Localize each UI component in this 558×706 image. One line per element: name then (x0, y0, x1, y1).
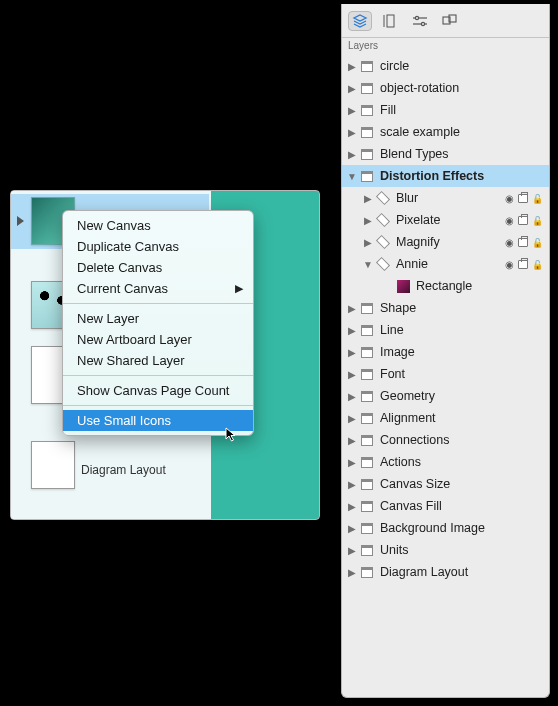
canvas-row[interactable]: ▶Geometry (342, 385, 549, 407)
canvas-row[interactable]: ▶object-rotation (342, 77, 549, 99)
disclosure-icon[interactable]: ▶ (346, 479, 358, 490)
print-icon[interactable] (518, 216, 528, 225)
disclosure-icon[interactable]: ▶ (346, 127, 358, 138)
canvas-icon (360, 345, 374, 359)
canvas-row[interactable]: ▶Alignment (342, 407, 549, 429)
disclosure-icon[interactable]: ▶ (346, 105, 358, 116)
menu-delete-canvas[interactable]: Delete Canvas (63, 257, 253, 278)
canvas-row[interactable]: ▶scale example (342, 121, 549, 143)
canvas-icon (360, 59, 374, 73)
canvas-row[interactable]: ▶Shape (342, 297, 549, 319)
menu-current-canvas[interactable]: Current Canvas ▶ (63, 278, 253, 299)
disclosure-icon[interactable]: ▶ (346, 413, 358, 424)
lock-icon[interactable] (532, 236, 543, 248)
lock-icon[interactable] (532, 192, 543, 204)
menu-new-canvas[interactable]: New Canvas (63, 215, 253, 236)
menu-new-layer[interactable]: New Layer (63, 308, 253, 329)
canvas-row[interactable]: ▶Fill (342, 99, 549, 121)
context-menu: New Canvas Duplicate Canvas Delete Canva… (62, 210, 254, 436)
print-icon[interactable] (518, 238, 528, 247)
menu-show-canvas-page-count[interactable]: Show Canvas Page Count (63, 380, 253, 401)
menu-new-shared-layer[interactable]: New Shared Layer (63, 350, 253, 371)
disclosure-icon[interactable]: ▶ (346, 61, 358, 72)
row-label: scale example (380, 125, 460, 139)
layer-icon (376, 191, 390, 205)
guides-tab-icon[interactable] (378, 11, 402, 31)
disclosure-icon[interactable]: ▶ (346, 435, 358, 446)
lock-icon[interactable] (532, 214, 543, 226)
canvas-row[interactable]: ▶Units (342, 539, 549, 561)
visibility-icon[interactable] (505, 214, 514, 226)
disclosure-icon[interactable]: ▶ (346, 391, 358, 402)
row-label: Canvas Size (380, 477, 450, 491)
cursor-icon (225, 427, 241, 443)
visibility-icon[interactable] (505, 236, 514, 248)
selection-tab-icon[interactable] (438, 11, 462, 31)
canvas-icon (360, 81, 374, 95)
disclosure-icon[interactable]: ▶ (346, 325, 358, 336)
disclosure-arrow-icon[interactable] (17, 216, 24, 226)
disclosure-icon[interactable]: ▶ (346, 303, 358, 314)
layer-row[interactable]: ▶Magnify (342, 231, 549, 253)
canvas-icon (360, 323, 374, 337)
canvas-row[interactable]: ▶Actions (342, 451, 549, 473)
layer-row[interactable]: ▶Blur (342, 187, 549, 209)
svg-point-5 (421, 22, 424, 25)
row-actions (505, 236, 549, 248)
disclosure-icon[interactable]: ▶ (346, 83, 358, 94)
visibility-icon[interactable] (505, 192, 514, 204)
row-label: Distortion Effects (380, 169, 484, 183)
canvas-row[interactable]: ▶Font (342, 363, 549, 385)
disclosure-icon[interactable]: ▶ (346, 545, 358, 556)
disclosure-icon[interactable]: ▼ (346, 171, 358, 182)
menu-duplicate-canvas[interactable]: Duplicate Canvas (63, 236, 253, 257)
canvas-row[interactable]: ▶Background Image (342, 517, 549, 539)
menu-new-artboard-layer[interactable]: New Artboard Layer (63, 329, 253, 350)
canvas-icon (360, 433, 374, 447)
disclosure-icon[interactable]: ▶ (346, 347, 358, 358)
print-icon[interactable] (518, 260, 528, 269)
disclosure-icon[interactable]: ▶ (362, 215, 374, 226)
visibility-icon[interactable] (505, 258, 514, 270)
layer-row[interactable]: ▶Pixelate (342, 209, 549, 231)
layers-tab-icon[interactable] (348, 11, 372, 31)
row-actions (505, 192, 549, 204)
menu-label: Current Canvas (77, 281, 168, 296)
settings-tab-icon[interactable] (408, 11, 432, 31)
shape-row[interactable]: Rectangle (342, 275, 549, 297)
disclosure-icon[interactable]: ▶ (346, 369, 358, 380)
shape-icon (396, 279, 410, 293)
lock-icon[interactable] (532, 258, 543, 270)
disclosure-icon[interactable]: ▶ (346, 457, 358, 468)
disclosure-icon[interactable]: ▶ (346, 567, 358, 578)
layer-icon (376, 257, 390, 271)
canvas-icon (360, 411, 374, 425)
layer-tree: ▶circle▶object-rotation▶Fill▶scale examp… (342, 55, 549, 697)
canvas-row[interactable]: ▶Blend Types (342, 143, 549, 165)
row-label: Fill (380, 103, 396, 117)
inspector-toolbar (342, 4, 549, 38)
disclosure-icon[interactable]: ▶ (346, 501, 358, 512)
disclosure-icon[interactable]: ▶ (362, 237, 374, 248)
row-label: Shape (380, 301, 416, 315)
layer-row[interactable]: ▼Annie (342, 253, 549, 275)
canvas-icon (360, 499, 374, 513)
canvas-row[interactable]: ▶Canvas Fill (342, 495, 549, 517)
disclosure-icon[interactable]: ▶ (362, 193, 374, 204)
row-label: Blur (396, 191, 418, 205)
disclosure-icon[interactable]: ▼ (362, 259, 374, 270)
disclosure-icon[interactable]: ▶ (346, 149, 358, 160)
canvas-row[interactable]: ▶Connections (342, 429, 549, 451)
row-label: Pixelate (396, 213, 440, 227)
canvas-icon (360, 147, 374, 161)
print-icon[interactable] (518, 194, 528, 203)
canvas-thumbnail[interactable] (31, 441, 75, 489)
canvas-row[interactable]: ▼Distortion Effects (342, 165, 549, 187)
disclosure-icon[interactable]: ▶ (346, 523, 358, 534)
canvas-row[interactable]: ▶circle (342, 55, 549, 77)
canvas-row[interactable]: ▶Line (342, 319, 549, 341)
row-label: Rectangle (416, 279, 472, 293)
canvas-row[interactable]: ▶Image (342, 341, 549, 363)
canvas-row[interactable]: ▶Diagram Layout (342, 561, 549, 583)
canvas-row[interactable]: ▶Canvas Size (342, 473, 549, 495)
